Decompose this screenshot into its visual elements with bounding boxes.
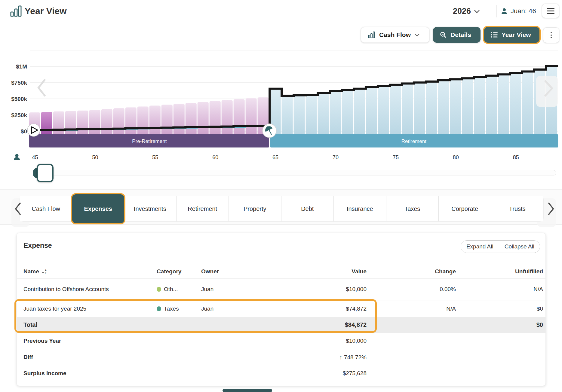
- retirement-label: Retirement: [401, 138, 426, 144]
- chart-bar[interactable]: [414, 83, 425, 135]
- chart-bar[interactable]: [486, 76, 497, 135]
- chart-bar[interactable]: [318, 94, 329, 135]
- chart-bar[interactable]: [77, 111, 88, 135]
- svg-text:Z: Z: [45, 272, 46, 275]
- tab-retirement[interactable]: Retirement: [177, 196, 229, 221]
- chart-bar[interactable]: [522, 72, 533, 135]
- chart-bar[interactable]: [137, 106, 149, 135]
- chart-bar[interactable]: [462, 79, 473, 135]
- year-view-label: Year View: [502, 31, 531, 38]
- column-change[interactable]: Change: [367, 268, 456, 275]
- column-category[interactable]: Category: [157, 268, 201, 275]
- tab-corporate[interactable]: Corporate: [439, 196, 491, 221]
- tab-property[interactable]: Property: [229, 196, 281, 221]
- tab-expenses[interactable]: Expenses: [72, 194, 124, 223]
- column-name[interactable]: Name A Z: [23, 268, 157, 275]
- chart-bar[interactable]: [41, 112, 52, 135]
- category-tabs: Cash FlowExpensesInvestmentsRetirementPr…: [20, 196, 544, 222]
- chart-bar[interactable]: [306, 96, 317, 135]
- age-tick-label: 60: [212, 154, 218, 160]
- expense-name: Juan taxes for year 2025: [23, 305, 157, 312]
- chart-bar[interactable]: [53, 111, 64, 135]
- expense-change: N/A: [367, 305, 456, 312]
- chart-bar[interactable]: [89, 110, 100, 135]
- column-owner[interactable]: Owner: [201, 268, 263, 275]
- expand-all-button[interactable]: Expand All: [461, 241, 499, 253]
- chart-bar[interactable]: [222, 100, 233, 135]
- list-icon: [491, 32, 498, 38]
- horizontal-scrollbar-thumb[interactable]: [223, 389, 272, 392]
- column-value[interactable]: Value: [263, 268, 367, 275]
- chart-bar[interactable]: [174, 104, 185, 135]
- chart-bar[interactable]: [342, 90, 353, 135]
- chart-bar[interactable]: [210, 101, 221, 135]
- chart-bar[interactable]: [246, 98, 257, 135]
- tab-investments[interactable]: Investments: [124, 196, 177, 221]
- chart-bar[interactable]: [330, 92, 341, 135]
- tab-taxes[interactable]: Taxes: [386, 196, 439, 221]
- svg-text:$1M: $1M: [16, 63, 27, 70]
- chart-bar[interactable]: [282, 96, 293, 135]
- chart-bar[interactable]: [402, 84, 413, 135]
- chart-bar[interactable]: [113, 108, 124, 135]
- timeline-slider-handle[interactable]: [37, 164, 54, 182]
- chart-bar[interactable]: [426, 82, 437, 135]
- tab-trusts[interactable]: Trusts: [491, 196, 544, 221]
- summary-row[interactable]: Previous Year$10,000: [17, 333, 545, 349]
- header-divider: [496, 5, 496, 17]
- expense-card: Expense Expand All Collapse All Name A Z…: [17, 233, 546, 386]
- chevron-down-icon: [474, 10, 480, 13]
- chart-bar[interactable]: [366, 88, 377, 135]
- column-unfulfilled[interactable]: Unfulfilled: [456, 268, 543, 275]
- tabs-scroll-left-button[interactable]: [12, 195, 24, 222]
- chart-bar[interactable]: [125, 108, 137, 135]
- pre-retirement-label: Pre-Retirement: [132, 138, 167, 144]
- chart-bar[interactable]: [378, 86, 389, 135]
- chart-bar[interactable]: [510, 74, 521, 135]
- tab-debt[interactable]: Debt: [281, 196, 334, 221]
- tab-insurance[interactable]: Insurance: [334, 196, 386, 221]
- category-label: Oth...: [164, 286, 178, 293]
- chart-bar[interactable]: [234, 99, 245, 135]
- timeline-slider-track[interactable]: [36, 170, 556, 175]
- play-button[interactable]: [27, 124, 40, 136]
- chart-bar[interactable]: [101, 109, 112, 135]
- tab-cash-flow[interactable]: Cash Flow: [20, 196, 72, 221]
- age-tick-label: 45: [32, 154, 38, 160]
- chart-bar[interactable]: [186, 103, 197, 135]
- chart-bar[interactable]: [161, 105, 173, 135]
- chart-bar[interactable]: [390, 85, 401, 135]
- tabs-scroll-right-button[interactable]: [545, 195, 557, 222]
- summary-value: $10,000: [263, 338, 367, 344]
- summary-row[interactable]: Surplus Income$275,628: [17, 365, 545, 381]
- summary-row[interactable]: Diff↑748.72%: [17, 349, 545, 365]
- chart-bar[interactable]: [65, 111, 76, 135]
- up-arrow-icon: ↑: [339, 354, 342, 360]
- summary-label: Diff: [23, 354, 157, 360]
- chart-bar[interactable]: [149, 105, 161, 135]
- collapse-all-button[interactable]: Collapse All: [499, 241, 540, 253]
- expense-row[interactable]: Contribution to Offshore AccountsOth...J…: [17, 278, 545, 300]
- bar-chart-icon: [368, 31, 376, 39]
- expense-category: Oth...: [157, 286, 201, 293]
- chart-bar[interactable]: [438, 81, 449, 135]
- chart-bar[interactable]: [198, 102, 209, 135]
- chart-bar[interactable]: [450, 80, 461, 135]
- chart-bar[interactable]: [474, 77, 485, 135]
- chevron-right-icon: [547, 202, 554, 216]
- user-chip[interactable]: Juan: 46: [501, 7, 536, 15]
- total-row[interactable]: Total$84,872$0: [17, 317, 545, 333]
- projection-chart[interactable]: $0$250k$500k$750k$1MPre-RetirementRetire…: [0, 39, 562, 165]
- expense-category: Taxes: [157, 305, 201, 312]
- chart-scroll-left-icon[interactable]: [38, 79, 45, 96]
- total-label: Total: [23, 321, 157, 328]
- chart-bar[interactable]: [294, 96, 305, 135]
- chart-scroll-right-pad[interactable]: [536, 76, 558, 107]
- year-selector-value: 2026: [453, 7, 471, 16]
- chart-bar[interactable]: [354, 89, 365, 135]
- expense-row[interactable]: Juan taxes for year 2025TaxesJuan$74,872…: [17, 300, 545, 317]
- hamburger-menu-button[interactable]: [542, 4, 559, 18]
- year-selector[interactable]: 2026: [453, 7, 480, 16]
- retirement-umbrella-marker[interactable]: [263, 124, 276, 138]
- chart-bar[interactable]: [498, 75, 509, 135]
